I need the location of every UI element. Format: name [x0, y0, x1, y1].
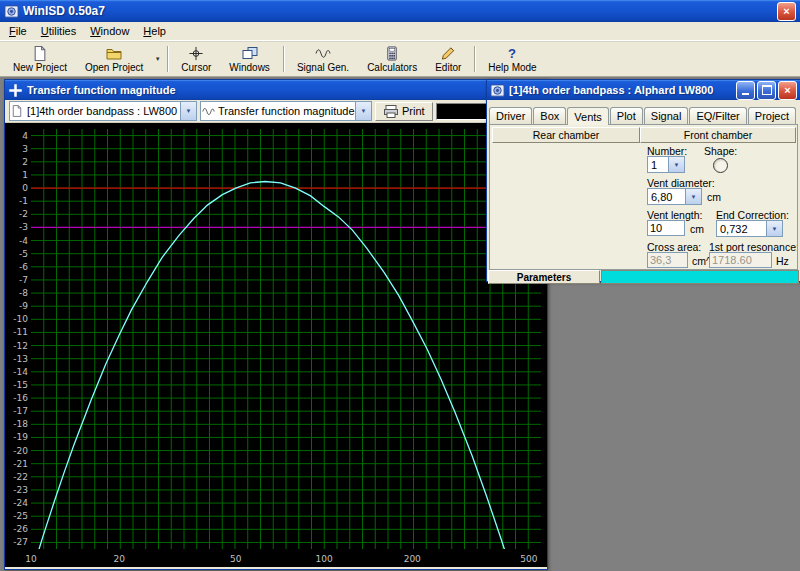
tab-plot[interactable]: Plot — [610, 107, 643, 124]
project-selector[interactable]: [1]4th order bandpass : LW800 ▼ — [9, 101, 197, 121]
close-icon[interactable]: × — [778, 81, 797, 100]
transfer-magnitude-chart[interactable]: 43210-1-2-3-4-5-6-7-8-9-10-11-12-13-14-1… — [5, 123, 545, 567]
svg-text:-27: -27 — [13, 537, 28, 547]
svg-text:100: 100 — [315, 554, 332, 564]
vent-diameter-select[interactable]: 6,80 ▼ — [647, 188, 702, 205]
new-project-button[interactable]: New Project — [4, 43, 76, 76]
vent-number-value: 1 — [648, 159, 668, 171]
toolbar-separator — [167, 46, 168, 72]
tab-vents[interactable]: Vents — [567, 107, 609, 125]
svg-text:-6: -6 — [19, 262, 28, 272]
open-project-dropdown-icon[interactable]: ▼ — [152, 43, 163, 76]
svg-text:-16: -16 — [13, 393, 28, 403]
plot-type-selector-value: Transfer function magnitude — [215, 105, 355, 117]
editor-icon — [440, 46, 456, 61]
tab-project[interactable]: Project — [748, 107, 796, 124]
svg-text:-22: -22 — [13, 472, 28, 482]
calculators-label: Calculators — [367, 62, 417, 73]
chevron-down-icon[interactable]: ▼ — [685, 189, 701, 204]
svg-text:-5: -5 — [19, 249, 28, 259]
svg-text:-10: -10 — [13, 314, 28, 324]
tab-signal[interactable]: Signal — [644, 107, 689, 124]
chart-area[interactable]: 43210-1-2-3-4-5-6-7-8-9-10-11-12-13-14-1… — [5, 123, 547, 567]
bandpass-window-titlebar[interactable]: [1]4th order bandpass : Alphard LW800 × — [487, 80, 800, 100]
svg-text:4: 4 — [22, 131, 28, 141]
svg-text:-11: -11 — [13, 327, 28, 337]
status-progress-bar — [601, 270, 799, 284]
chevron-down-icon[interactable]: ▼ — [766, 221, 782, 236]
svg-text:-25: -25 — [13, 511, 28, 521]
tab-box[interactable]: Box — [533, 107, 566, 124]
svg-text:500: 500 — [520, 554, 537, 564]
svg-text:50: 50 — [230, 554, 242, 564]
app-title: WinISD 0.50a7 — [23, 4, 773, 18]
bandpass-project-window: [1]4th order bandpass : Alphard LW800 × … — [486, 79, 800, 282]
svg-text:?: ? — [508, 46, 516, 61]
editor-label: Editor — [435, 62, 461, 73]
windows-button[interactable]: Windows — [220, 43, 279, 76]
vents-tab-panel: Rear chamber Front chamber Number: 1 ▼ S… — [489, 124, 798, 270]
cursor-icon — [188, 46, 204, 61]
main-toolbar: New Project Open Project ▼ Cursor Window… — [0, 41, 800, 77]
svg-text:-24: -24 — [13, 498, 28, 508]
transfer-window-titlebar[interactable]: Transfer function magnitude — [5, 80, 547, 100]
new-project-label: New Project — [13, 62, 67, 73]
toolbar-separator — [474, 46, 475, 72]
svg-text:200: 200 — [404, 554, 421, 564]
tab-driver[interactable]: Driver — [489, 107, 532, 124]
svg-text:2: 2 — [22, 157, 28, 167]
open-project-icon — [106, 46, 122, 61]
vent-length-input[interactable] — [647, 220, 685, 236]
svg-text:-23: -23 — [13, 485, 28, 495]
calculators-icon — [384, 46, 400, 61]
end-correction-value: 0,732 — [717, 223, 766, 235]
svg-text:10: 10 — [25, 554, 37, 564]
sine-wave-icon — [201, 107, 215, 116]
port-resonance-field — [709, 252, 772, 268]
status-bar: Parameters — [487, 270, 800, 284]
tab-eq-filter[interactable]: EQ/Filter — [689, 107, 746, 124]
chevron-down-icon[interactable]: ▼ — [668, 157, 684, 172]
menu-window[interactable]: Window — [83, 23, 136, 39]
svg-text:-14: -14 — [13, 367, 28, 377]
svg-text:-19: -19 — [13, 432, 28, 442]
svg-text:-20: -20 — [13, 446, 28, 456]
svg-text:-12: -12 — [13, 341, 28, 351]
menu-help[interactable]: Help — [136, 23, 173, 39]
plot-type-selector[interactable]: Transfer function magnitude ▼ — [200, 101, 372, 121]
editor-button[interactable]: Editor — [426, 43, 470, 76]
port-resonance-unit: Hz — [776, 255, 789, 267]
main-titlebar[interactable]: WinISD 0.50a7 × — [0, 0, 800, 22]
cursor-button[interactable]: Cursor — [172, 43, 220, 76]
end-correction-select[interactable]: 0,732 ▼ — [716, 220, 783, 237]
round-shape-indicator[interactable] — [713, 158, 728, 173]
help-mode-button[interactable]: ? Help Mode — [479, 43, 545, 76]
menu-utilities[interactable]: Utilities — [34, 23, 83, 39]
winisd-app: WinISD 0.50a7 × File Utilities Window He… — [0, 0, 800, 571]
help-mode-label: Help Mode — [488, 62, 536, 73]
menu-file[interactable]: File — [2, 23, 34, 39]
svg-text:-7: -7 — [19, 275, 28, 285]
chevron-down-icon[interactable]: ▼ — [180, 102, 196, 120]
menubar: File Utilities Window Help — [0, 22, 800, 41]
maximize-icon[interactable] — [757, 81, 776, 100]
rear-chamber-header[interactable]: Rear chamber — [492, 127, 640, 143]
chevron-down-icon[interactable]: ▼ — [355, 102, 371, 120]
minimize-icon[interactable] — [736, 81, 755, 100]
printer-icon — [383, 104, 399, 119]
vent-number-select[interactable]: 1 ▼ — [647, 156, 685, 173]
move-cross-icon — [8, 83, 23, 98]
transfer-function-window: Transfer function magnitude [1]4th order… — [4, 79, 548, 570]
svg-text:-13: -13 — [13, 354, 28, 364]
cross-area-field — [647, 252, 688, 268]
svg-text:-18: -18 — [13, 419, 28, 429]
svg-text:-8: -8 — [19, 288, 28, 298]
close-icon[interactable]: × — [777, 2, 796, 21]
open-project-button[interactable]: Open Project — [76, 43, 152, 76]
print-button[interactable]: Print — [375, 102, 433, 121]
front-chamber-header[interactable]: Front chamber — [640, 127, 796, 143]
project-file-icon — [10, 105, 24, 117]
calculators-button[interactable]: Calculators — [358, 43, 426, 76]
signal-gen-button[interactable]: Signal Gen. — [288, 43, 358, 76]
svg-text:-17: -17 — [13, 406, 28, 416]
